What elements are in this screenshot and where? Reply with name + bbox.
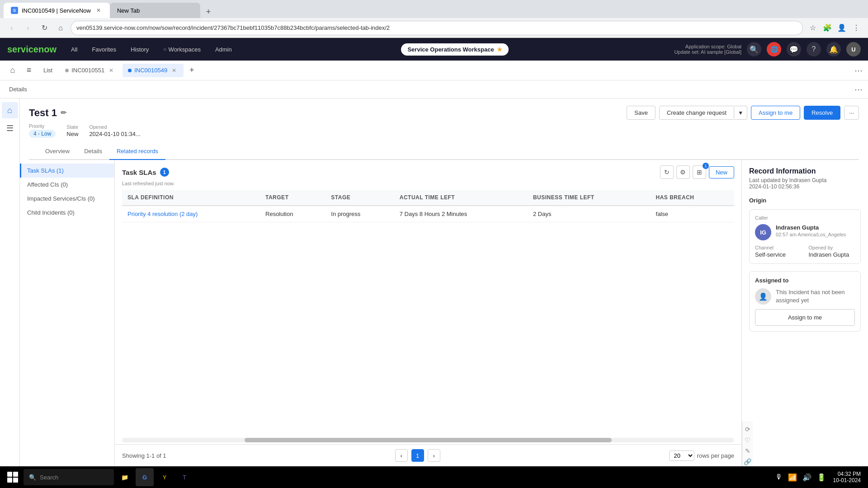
right-tab-edit-icon[interactable]: ✎: [743, 446, 752, 455]
address-bar[interactable]: ven05139.service-now.com/now/sow/record/…: [71, 21, 803, 35]
list-item-child-incidents[interactable]: Child Incidents (0): [20, 206, 114, 220]
opened-label: Opened: [89, 124, 140, 130]
tab-list[interactable]: List: [38, 64, 58, 76]
notification-icon[interactable]: 🔔: [826, 42, 841, 56]
new-browser-tab-btn[interactable]: +: [202, 5, 215, 18]
sidebar-menu-icon[interactable]: ☰: [2, 120, 18, 136]
user-avatar-nav[interactable]: U: [846, 42, 861, 56]
logo-now: now: [38, 44, 57, 54]
prev-page-btn[interactable]: ‹: [395, 449, 408, 462]
record-info-meta: Last updated by Indrasen Gupta 2024-01-1…: [749, 177, 861, 190]
tab-related-records[interactable]: Related records: [109, 143, 165, 160]
app-scope-line1: Application scope: Global: [674, 44, 741, 49]
breadcrumb-more[interactable]: ⋯: [854, 84, 863, 94]
reload-button[interactable]: ↻: [38, 22, 51, 34]
list-item-task-slas[interactable]: Task SLAs (1): [20, 164, 114, 178]
taskbar: 🔍 Search 📁 G Y T 🎙 📶 🔊 🔋 04:32 PM 10-01-…: [0, 466, 868, 488]
right-tab-activity-icon[interactable]: ⟳: [743, 425, 752, 434]
horizontal-scrollbar[interactable]: [115, 436, 741, 444]
channel-label: Channel: [755, 245, 802, 250]
chat-nav-icon[interactable]: 💬: [787, 42, 801, 56]
taskbar-wifi-icon[interactable]: 📶: [786, 471, 799, 483]
taskbar-mic-icon[interactable]: 🎙: [774, 471, 784, 483]
more-actions-button[interactable]: ···: [844, 106, 859, 120]
create-change-group: Create change request ▼: [659, 106, 747, 120]
nav-favorites[interactable]: Favorites: [88, 44, 119, 55]
settings-button[interactable]: ⚙: [676, 165, 690, 179]
right-tab-heart-icon[interactable]: ♡: [743, 436, 752, 445]
col-actual-time: Actual time left: [394, 190, 528, 206]
taskbar-browser-icon[interactable]: G: [136, 468, 154, 486]
list-item-impacted[interactable]: Impacted Services/CIs (0): [20, 192, 114, 206]
assigned-to-label: Assigned to: [755, 277, 855, 284]
pagination-bar: Showing 1-1 of 1 ‹ 1 › 20 50 100: [115, 444, 741, 466]
settings-icon[interactable]: ⋮: [850, 22, 863, 34]
tab-close-btn[interactable]: ✕: [94, 6, 103, 14]
tab-inc2[interactable]: INC0010549 ✕: [123, 64, 184, 77]
create-change-button[interactable]: Create change request: [659, 106, 734, 120]
nav-all[interactable]: All: [67, 44, 81, 55]
assign-to-me-sidebar-button[interactable]: Assign to me: [755, 309, 855, 326]
next-page-btn[interactable]: ›: [428, 449, 440, 462]
state-meta: State New: [66, 124, 78, 137]
inactive-browser-tab[interactable]: New Tab: [110, 3, 200, 18]
create-change-dropdown[interactable]: ▼: [734, 106, 747, 120]
resolve-button[interactable]: Resolve: [804, 106, 840, 120]
help-nav-icon[interactable]: ?: [807, 42, 821, 56]
record-edit-icon[interactable]: ✏: [61, 108, 66, 117]
taskbar-teams-icon[interactable]: T: [175, 468, 193, 486]
record-area: Test 1 ✏ Save Create change request ▼ As…: [20, 99, 868, 466]
taskbar-search-bar[interactable]: 🔍 Search: [24, 469, 114, 485]
second-nav-more[interactable]: ⋯: [854, 66, 863, 75]
filter-btn-wrap: ⊞ 1: [693, 165, 706, 179]
taskbar-y-icon[interactable]: Y: [156, 468, 174, 486]
cell-business-time: 2 Days: [528, 206, 651, 222]
save-button[interactable]: Save: [627, 106, 656, 120]
assign-to-me-header-button[interactable]: Assign to me: [751, 106, 800, 120]
search-nav-icon[interactable]: 🔍: [747, 42, 761, 56]
caller-label: Caller: [755, 215, 855, 221]
cell-sla-definition[interactable]: Priority 4 resolution (2 day): [122, 206, 260, 222]
taskbar-volume-icon[interactable]: 🔊: [801, 471, 813, 483]
sla-definition-link[interactable]: Priority 4 resolution (2 day): [127, 211, 198, 217]
last-updated-text: Last updated by Indrasen Gupta: [749, 177, 861, 183]
taskbar-battery-icon[interactable]: 🔋: [815, 471, 828, 483]
sidebar-home-icon[interactable]: ⌂: [2, 102, 18, 118]
globe-icon[interactable]: 🌐: [767, 42, 781, 56]
tab-inc1[interactable]: INC0010551 ✕: [60, 64, 121, 77]
list-item-affected-cis[interactable]: Affected CIs (0): [20, 178, 114, 192]
bookmark-icon[interactable]: ☆: [807, 22, 819, 34]
refresh-button[interactable]: ↻: [660, 165, 674, 179]
showing-text: Showing 1-1 of 1: [122, 452, 166, 459]
nav-history[interactable]: History: [127, 44, 152, 55]
active-browser-tab[interactable]: S INC0010549 | ServiceNow ✕: [4, 3, 110, 18]
nav-home-button[interactable]: ⌂: [5, 63, 20, 78]
right-tab-link-icon[interactable]: 🔗: [743, 457, 752, 466]
tab-details[interactable]: Details: [77, 143, 109, 160]
page-1-btn[interactable]: 1: [411, 449, 424, 462]
record-meta: Priority 4 - Low State New Opened 2024-0…: [29, 123, 859, 138]
breadcrumb-details[interactable]: Details: [5, 84, 31, 94]
tab-inc1-close[interactable]: ✕: [107, 66, 115, 75]
home-button[interactable]: ⌂: [54, 22, 67, 34]
rows-per-page-select[interactable]: 20 50 100: [669, 450, 694, 461]
add-tab-button[interactable]: +: [185, 64, 198, 77]
new-sla-button[interactable]: New: [709, 166, 734, 178]
tab-inc2-close[interactable]: ✕: [170, 66, 178, 75]
extension-icon[interactable]: 🧩: [821, 22, 834, 34]
opened-value: 2024-01-10 01:34...: [89, 131, 140, 137]
tab-overview[interactable]: Overview: [38, 143, 77, 160]
nav-workspaces[interactable]: ○ Workspaces: [160, 44, 204, 55]
rows-per-page-label: rows per page: [697, 452, 734, 459]
caller-info-card: Caller IG Indrasen Gupta 02:57 am Americ…: [749, 209, 861, 264]
nav-admin[interactable]: Admin: [212, 44, 236, 55]
profile-icon[interactable]: 👤: [835, 22, 848, 34]
taskbar-files-icon[interactable]: 📁: [116, 468, 134, 486]
forward-button[interactable]: ›: [22, 22, 34, 34]
right-panel-tabs: ⟳ ♡ ✎ 🔗: [742, 421, 753, 466]
nav-menu-button[interactable]: ≡: [22, 63, 36, 78]
table-container[interactable]: SLA definition Target Stage Actual time …: [115, 190, 741, 436]
back-button[interactable]: ‹: [5, 22, 18, 34]
workspace-button[interactable]: Service Operations Workspace ★: [401, 43, 508, 56]
taskbar-start-button[interactable]: [4, 468, 22, 486]
